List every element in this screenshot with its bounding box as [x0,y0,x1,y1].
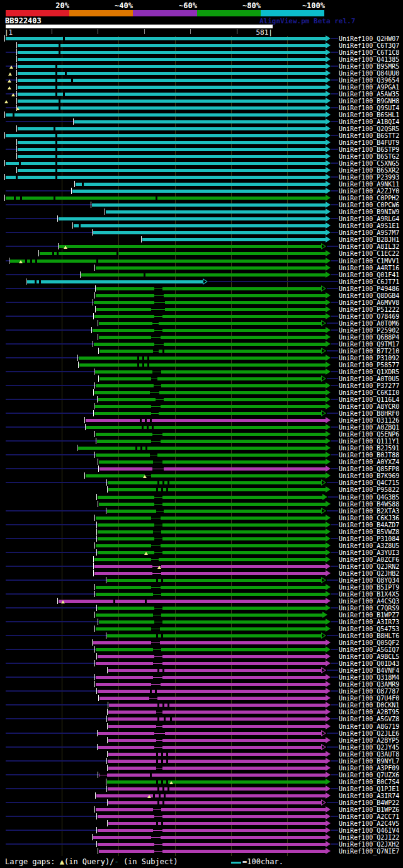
subject-id-label[interactable]: UniRef100_B0C7S4 [339,779,399,785]
subject-id-label[interactable]: UniRef100_Q8DGB4 [339,292,399,299]
subject-id-label[interactable]: UniRef100_A5GIQ7 [339,646,399,653]
subject-id-label[interactable]: UniRef100_Q4G3B5 [339,494,399,501]
subject-id-label[interactable]: UniRef100_B1WPZ7 [339,612,399,619]
subject-id-label[interactable]: UniRef100_Q2JY45 [339,744,399,751]
subject-id-label[interactable]: UniRef100_A0ZBQ1 [339,424,399,431]
subject-id-label[interactable]: UniRef100_B7T210 [339,348,399,355]
subject-id-label[interactable]: UniRef100_C7QRS9 [339,605,399,612]
subject-id-label[interactable]: UniRef100_B4FUT9 [339,139,399,146]
subject-id-label[interactable]: UniRef100_B6SHL1 [339,111,399,118]
subject-id-label[interactable]: UniRef100_B6STG2 [339,153,399,160]
subject-id-label[interactable]: UniRef100_C6T3Q7 [339,42,399,49]
subject-id-label[interactable]: UniRef100_A0T0U5 [339,375,399,382]
subject-id-label[interactable]: UniRef100_P31084 [339,535,399,542]
subject-id-label[interactable]: UniRef100_Q85FP8 [339,465,399,472]
subject-id-label[interactable]: UniRef100_A3IR74 [339,792,399,799]
subject-id-label[interactable]: UniRef100_B9NIW9 [339,208,399,215]
subject-id-label[interactable]: UniRef100_Q2JHB2 [339,570,399,577]
subject-id-label[interactable]: UniRef100_C0PCW6 [339,202,399,208]
subject-id-label[interactable]: UniRef100_B6SXR2 [339,167,399,174]
subject-id-label[interactable]: UniRef100_C6JT71 [339,278,399,285]
subject-id-label[interactable]: UniRef100_Q111Y1 [339,438,399,445]
subject-id-label[interactable]: UniRef100_C1EC22 [339,250,399,257]
subject-id-label[interactable]: UniRef100_A9BCL5 [339,653,399,660]
subject-id-label[interactable]: UniRef100_A5GVZ8 [339,716,399,722]
subject-id-label[interactable]: UniRef100_P37277 [339,382,399,389]
subject-id-label[interactable]: UniRef100_C1MVV1 [339,258,399,265]
subject-id-label[interactable]: UniRef100_A1BQI4 [339,118,399,125]
subject-id-label[interactable]: UniRef100_Q01F41 [339,271,399,278]
subject-id-label[interactable]: UniRef100_A2ZJY0 [339,188,399,195]
subject-id-label[interactable]: UniRef100_A9NK11 [339,181,399,188]
subject-id-label[interactable]: UniRef100_Q54753 [339,625,399,632]
subject-id-label[interactable]: UniRef100_A8G719 [339,723,399,730]
subject-id-label[interactable]: UniRef100_B9NYL7 [339,758,399,765]
subject-id-label[interactable]: UniRef100_Q2JXH2 [339,841,399,848]
subject-id-label[interactable]: UniRef100_B5IPT9 [339,584,399,591]
subject-id-label[interactable]: UniRef100_B4VNF4 [339,667,399,674]
subject-id-label[interactable]: UniRef100_Q1PJE1 [339,785,399,792]
subject-id-label[interactable]: UniRef100_P58577 [339,362,399,368]
subject-id-label[interactable]: UniRef100_B4WP22 [339,799,399,806]
subject-id-label[interactable]: UniRef100_Q84UU0 [339,70,399,77]
subject-id-label[interactable]: UniRef100_P31092 [339,355,399,362]
subject-id-label[interactable]: UniRef100_A3Z8U5 [339,542,399,549]
subject-id-label[interactable]: UniRef100_B6STP9 [339,146,399,153]
subject-id-label[interactable]: UniRef100_O78469 [339,313,399,320]
subject-id-label[interactable]: UniRef100_B8HLT6 [339,632,399,639]
subject-id-label[interactable]: UniRef100_B1X4X5 [339,591,399,598]
subject-id-label[interactable]: UniRef100_B6STT2 [339,132,399,139]
subject-id-label[interactable]: UniRef100_Q2JI22 [339,834,399,841]
subject-id-label[interactable]: UniRef100_Q2JRN2 [339,563,399,570]
subject-id-label[interactable]: UniRef100_B4AZD7 [339,522,399,528]
subject-id-label[interactable]: UniRef100_Q116L4 [339,396,399,403]
subject-id-label[interactable]: UniRef100_A2C4V5 [339,820,399,827]
subject-id-label[interactable]: UniRef100_Q7U4F0 [339,695,399,702]
subject-id-label[interactable]: UniRef100_A0ZCF6 [339,556,399,563]
subject-id-label[interactable]: UniRef100_B1WPZ6 [339,806,399,813]
subject-id-label[interactable]: UniRef100_Q2QSR5 [339,125,399,132]
subject-id-label[interactable]: UniRef100_Q318M4 [339,674,399,681]
subject-id-label[interactable]: UniRef100_Q5ENP6 [339,431,399,438]
subject-id-label[interactable]: UniRef100_B2BJH1 [339,236,399,243]
subject-id-label[interactable]: UniRef100_A4CSQ3 [339,598,399,605]
subject-id-label[interactable]: UniRef100_C6T1C8 [339,49,399,56]
subject-id-label[interactable]: UniRef100_B4WS88 [339,501,399,508]
subject-id-label[interactable]: UniRef100_A2CC71 [339,813,399,820]
subject-id-label[interactable]: UniRef100_P49486 [339,285,399,292]
subject-id-label[interactable]: UniRef100_Q46IV4 [339,827,399,834]
subject-id-label[interactable]: UniRef100_A3YUI3 [339,549,399,556]
subject-id-label[interactable]: UniRef100_A8IL32 [339,243,399,250]
subject-id-label[interactable]: UniRef100_B0JT88 [339,452,399,459]
subject-id-label[interactable]: UniRef100_B8HRF0 [339,410,399,417]
subject-id-label[interactable]: UniRef100_Q8YQ34 [339,577,399,584]
subject-id-label[interactable]: UniRef100_Q6B8P4 [339,334,399,341]
subject-id-label[interactable]: UniRef100_B2XTA3 [339,508,399,515]
subject-id-label[interactable]: UniRef100_O87787 [339,688,399,695]
subject-id-label[interactable]: UniRef100_A3IR73 [339,619,399,625]
subject-id-label[interactable]: UniRef100_B9SMR5 [339,63,399,70]
subject-id-label[interactable]: UniRef100_Q7NIE7 [339,848,399,855]
subject-id-label[interactable]: UniRef100_A4RT16 [339,265,399,271]
subject-id-label[interactable]: UniRef100_A9S1E1 [339,222,399,229]
subject-id-label[interactable]: UniRef100_B7K969 [339,472,399,479]
subject-id-label[interactable]: UniRef100_C0PPH2 [339,195,399,202]
subject-id-label[interactable]: UniRef100_A3PF09 [339,765,399,772]
subject-id-label[interactable]: UniRef100_B5VWZ8 [339,528,399,535]
subject-id-label[interactable]: UniRef100_P23993 [339,174,399,181]
subject-id-label[interactable]: UniRef100_D0CKN1 [339,702,399,709]
subject-id-label[interactable]: UniRef100_Q2JLE6 [339,730,399,737]
subject-id-label[interactable]: UniRef100_P51222 [339,306,399,313]
subject-id-label[interactable]: UniRef100_A9S7M7 [339,229,399,236]
subject-id-label[interactable]: UniRef100_Q39654 [339,77,399,84]
subject-id-label[interactable]: UniRef100_A0YXZ4 [339,459,399,465]
subject-id-label[interactable]: UniRef100_C6KII0 [339,389,399,396]
subject-id-label[interactable]: UniRef100_Q4C715 [339,479,399,486]
subject-id-label[interactable]: UniRef100_A6MVV8 [339,299,399,306]
subject-id-label[interactable]: UniRef100_B2J591 [339,445,399,452]
subject-id-label[interactable]: UniRef100_Q2HW07 [339,35,399,42]
subject-id-label[interactable]: UniRef100_A2BT95 [339,709,399,716]
subject-id-label[interactable]: UniRef100_C6KJ36 [339,515,399,522]
subject-id-label[interactable]: UniRef100_A0T0M6 [339,320,399,327]
subject-id-label[interactable]: UniRef100_B9GNH8 [339,98,399,105]
